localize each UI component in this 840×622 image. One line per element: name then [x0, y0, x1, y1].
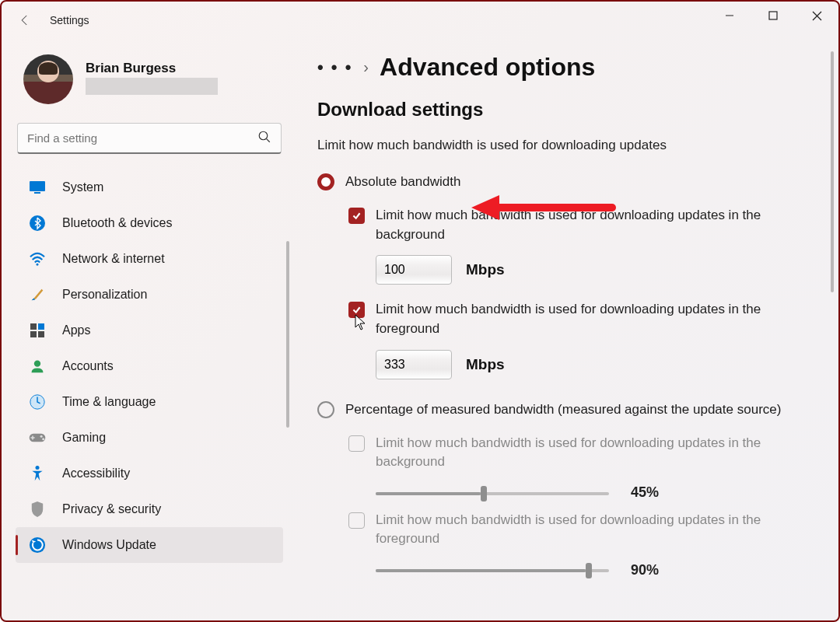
sidebar-item-system[interactable]: System — [16, 169, 283, 205]
checkbox-limit-background[interactable]: Limit how much bandwidth is used for dow… — [348, 206, 815, 244]
sidebar-item-label: Gaming — [62, 431, 106, 445]
section-heading: Download settings — [317, 99, 815, 121]
wifi-icon — [28, 250, 47, 268]
slider-value: 90% — [631, 562, 659, 578]
profile-name: Brian Burgess — [86, 61, 218, 76]
display-icon — [28, 178, 47, 197]
slider-pct-foreground — [376, 561, 609, 578]
sidebar-item-time[interactable]: Time & language — [16, 384, 283, 420]
radio-percentage-bandwidth[interactable]: Percentage of measured bandwidth (measur… — [317, 401, 815, 418]
svg-rect-13 — [38, 331, 44, 337]
sidebar-item-gaming[interactable]: Gaming — [16, 420, 283, 456]
sidebar-item-label: System — [62, 180, 103, 194]
svg-point-14 — [34, 361, 40, 367]
sidebar-item-label: Network & internet — [62, 252, 165, 266]
section-description: Limit how much bandwidth is used for dow… — [317, 138, 815, 153]
radio-absolute-bandwidth[interactable]: Absolute bandwidth — [317, 173, 815, 190]
checkbox-label: Limit how much bandwidth is used for dow… — [376, 511, 815, 549]
accessibility-icon — [28, 464, 47, 483]
radio-label: Percentage of measured bandwidth (measur… — [345, 402, 781, 418]
sidebar-item-accessibility[interactable]: Accessibility — [16, 456, 283, 491]
main-content: • • • › Advanced options Download settin… — [289, 39, 838, 620]
slider-pct-background — [376, 484, 609, 501]
svg-line-5 — [267, 138, 270, 142]
sidebar-item-label: Privacy & security — [62, 502, 161, 516]
titlebar: Settings — [2, 2, 838, 39]
shield-icon — [28, 500, 47, 519]
checkbox-label: Limit how much bandwidth is used for dow… — [376, 206, 815, 244]
sidebar-item-label: Accessibility — [62, 466, 130, 480]
unit-label: Mbps — [466, 356, 505, 373]
maximize-button[interactable] — [751, 2, 795, 30]
search-input[interactable] — [17, 123, 282, 154]
sidebar-item-label: Windows Update — [62, 538, 156, 552]
radio-label: Absolute bandwidth — [345, 174, 460, 190]
minimize-button[interactable] — [708, 2, 751, 30]
sidebar-item-bluetooth[interactable]: Bluetooth & devices — [16, 205, 283, 241]
profile-email-placeholder — [86, 78, 218, 95]
svg-rect-7 — [34, 192, 40, 194]
sidebar-item-personalization[interactable]: Personalization — [16, 277, 283, 313]
apps-icon — [28, 321, 47, 340]
svg-rect-12 — [30, 331, 37, 337]
breadcrumb-overflow-icon[interactable]: • • • — [317, 58, 352, 78]
page-title: Advanced options — [380, 53, 595, 82]
clock-globe-icon — [28, 393, 47, 411]
svg-rect-11 — [38, 323, 44, 330]
unit-label: Mbps — [466, 261, 505, 278]
sidebar-item-label: Bluetooth & devices — [62, 216, 172, 230]
sidebar-item-label: Apps — [62, 323, 90, 337]
checkbox-icon — [348, 208, 365, 224]
search-icon — [257, 130, 271, 147]
sidebar-item-network[interactable]: Network & internet — [16, 241, 283, 277]
bluetooth-icon — [28, 214, 47, 232]
checkbox-icon — [348, 435, 365, 452]
svg-point-4 — [259, 131, 268, 140]
svg-point-9 — [37, 264, 39, 266]
cursor-icon — [354, 314, 366, 331]
update-icon — [28, 536, 47, 554]
checkbox-limit-foreground[interactable]: Limit how much bandwidth is used for dow… — [348, 300, 815, 338]
svg-point-19 — [36, 466, 40, 470]
checkbox-pct-background: Limit how much bandwidth is used for dow… — [348, 434, 815, 472]
svg-rect-1 — [769, 12, 777, 19]
sidebar-item-accounts[interactable]: Accounts — [16, 348, 283, 384]
sidebar-item-apps[interactable]: Apps — [16, 313, 283, 348]
checkbox-label: Limit how much bandwidth is used for dow… — [376, 300, 815, 338]
svg-point-18 — [42, 438, 44, 440]
foreground-bandwidth-input[interactable] — [376, 350, 452, 379]
radio-icon — [317, 173, 334, 190]
gamepad-icon — [28, 428, 47, 447]
slider-value: 45% — [631, 484, 659, 501]
content-scrollbar[interactable] — [831, 51, 834, 292]
svg-point-17 — [40, 435, 43, 438]
profile-block[interactable]: Brian Burgess — [23, 54, 283, 104]
close-button[interactable] — [795, 2, 838, 30]
search-field[interactable] — [27, 131, 257, 145]
background-bandwidth-input[interactable] — [376, 255, 452, 285]
back-button[interactable] — [14, 9, 36, 31]
sidebar: Brian Burgess System Bluetooth & devices — [2, 39, 289, 620]
sidebar-item-privacy[interactable]: Privacy & security — [16, 491, 283, 527]
settings-window: Settings Brian Burgess — [0, 0, 840, 622]
nav-list: System Bluetooth & devices Network & int… — [16, 169, 283, 563]
paintbrush-icon — [28, 285, 47, 304]
svg-rect-6 — [30, 181, 45, 191]
breadcrumb: • • • › Advanced options — [317, 53, 815, 82]
sidebar-item-windows-update[interactable]: Windows Update — [16, 527, 283, 563]
svg-rect-10 — [30, 323, 37, 330]
avatar — [23, 54, 73, 104]
sidebar-item-label: Accounts — [62, 359, 114, 373]
checkbox-icon — [348, 512, 365, 529]
sidebar-item-label: Personalization — [62, 288, 147, 302]
person-icon — [28, 357, 47, 376]
checkbox-label: Limit how much bandwidth is used for dow… — [376, 434, 815, 472]
chevron-right-icon: › — [363, 58, 369, 76]
app-title: Settings — [50, 14, 89, 26]
checkbox-pct-foreground: Limit how much bandwidth is used for dow… — [348, 511, 815, 549]
radio-icon — [317, 401, 334, 418]
sidebar-item-label: Time & language — [62, 395, 156, 409]
